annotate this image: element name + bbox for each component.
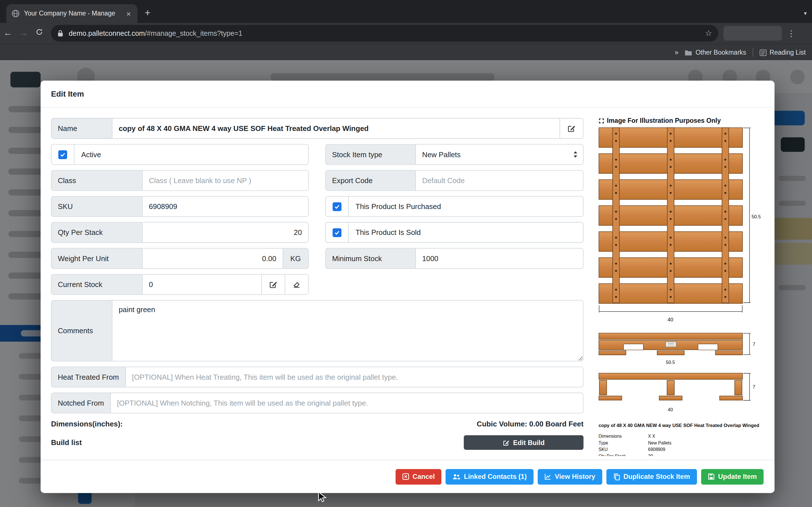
linked-contacts-button[interactable]: Linked Contacts (1) [446, 469, 534, 484]
name-field: Name [51, 118, 583, 139]
class-input[interactable] [143, 171, 308, 190]
duplicate-stock-item-button[interactable]: Duplicate Stock Item [606, 469, 697, 484]
clear-current-stock-button[interactable] [285, 275, 308, 294]
save-icon [708, 473, 714, 480]
minimum-stock-field: Minimum Stock [325, 248, 583, 269]
view-history-label: View History [555, 473, 596, 481]
export-code-input[interactable] [416, 171, 583, 190]
minimum-stock-label: Minimum Stock [326, 248, 416, 268]
back-button[interactable]: ← [0, 28, 15, 39]
forward-button[interactable]: → [15, 28, 31, 39]
update-item-button[interactable]: Update Item [701, 469, 763, 484]
stock-item-type-value: New Pallets [422, 151, 460, 159]
sku-input[interactable] [143, 196, 308, 216]
sku-field: SKU [51, 196, 309, 217]
active-checkbox[interactable] [52, 145, 74, 164]
illustration-title: Image For Illustration Purposes Only [607, 117, 721, 124]
side-long-thickness-dim: 7 [753, 342, 755, 347]
illustration-title-row: Image For Illustration Purposes Only [599, 117, 764, 124]
reading-list-button[interactable]: Reading List [759, 49, 806, 56]
build-list-heading: Build list [51, 438, 82, 447]
cubic-volume-label: Cubic Volume: [477, 420, 527, 428]
other-bookmarks-button[interactable]: Other Bookmarks [684, 49, 746, 56]
edit-name-button[interactable] [560, 119, 583, 138]
globe-favicon-icon [11, 9, 20, 18]
weight-per-unit-field: Weight Per Unit KG [51, 248, 309, 269]
other-bookmarks-label: Other Bookmarks [696, 49, 746, 56]
pencil-square-icon [567, 124, 576, 133]
cubic-volume: Cubic Volume: 0.00 Board Feet [477, 420, 583, 428]
lock-icon [57, 30, 63, 37]
edit-current-stock-button[interactable] [261, 275, 285, 294]
stock-item-type-select[interactable]: New Pallets [416, 145, 583, 164]
current-stock-input[interactable] [143, 275, 261, 294]
name-input[interactable] [112, 119, 560, 138]
bookmarks-bar: » Other Bookmarks Reading List [0, 44, 812, 61]
stock-item-type-field: Stock Item type New Pallets [325, 144, 583, 165]
cancel-label: Cancel [412, 473, 435, 481]
top-view-width-dim: 40 [668, 317, 673, 323]
toolbar-profile-chip[interactable] [723, 26, 782, 41]
users-icon [453, 473, 460, 480]
qty-per-stack-label: Qty Per Stack [52, 223, 143, 242]
purchased-label: This Product Is Purchased [349, 196, 448, 216]
sold-checkbox[interactable] [326, 223, 349, 242]
side-long-length-dim: 50.5 [666, 360, 675, 365]
reading-list-icon [759, 49, 767, 56]
tab-title: Your Company Name - Manage [24, 10, 124, 17]
minimum-stock-input[interactable] [416, 248, 583, 268]
purchased-checkbox[interactable] [326, 196, 349, 216]
notched-from-input[interactable] [111, 393, 583, 413]
modal-title: Edit Item [51, 90, 84, 98]
side-short-thickness-dim: 7 [753, 384, 755, 390]
qty-per-stack-input[interactable] [143, 223, 308, 242]
browser-toolbar: ← → demo.palletconnect.com/#manage_stock… [0, 23, 812, 44]
spec-row: Type New Pallets [599, 440, 764, 446]
history-chart-icon [545, 473, 551, 480]
checkbox-checked-icon [333, 228, 342, 237]
modal-header: Edit Item [41, 80, 774, 108]
sku-label: SKU [52, 196, 143, 216]
notched-from-field: Notched From [51, 393, 583, 413]
qty-per-stack-field: Qty Per Stack [51, 222, 309, 243]
tab-list-chevron-icon[interactable]: ▾ [804, 10, 807, 17]
sold-label: This Product Is Sold [349, 223, 427, 242]
checkbox-checked-icon [333, 202, 342, 211]
browser-tab[interactable]: Your Company Name - Manage × [6, 4, 137, 23]
linked-contacts-label: Linked Contacts (1) [464, 473, 527, 481]
new-tab-button[interactable]: + [145, 7, 151, 19]
comments-label: Comments [52, 300, 112, 361]
url-domain: demo.palletconnect.com [69, 29, 145, 37]
weight-per-unit-label: Weight Per Unit [52, 248, 143, 268]
expand-arrows-icon [599, 118, 604, 123]
heat-treated-from-input[interactable] [126, 367, 583, 387]
cancel-button[interactable]: Cancel [395, 469, 442, 484]
modal-body: Name [41, 108, 774, 460]
update-item-label: Update Item [718, 473, 757, 481]
illustration-panel: Image For Illustration Purposes Only 50. [599, 117, 764, 456]
active-label: Active [74, 145, 108, 164]
url-path: /#manage_stock_items?type=1 [145, 29, 243, 37]
weight-unit-addon: KG [283, 248, 308, 268]
active-checkbox-group: Active [51, 144, 309, 165]
weight-per-unit-input[interactable] [143, 248, 283, 268]
page-background: Edit Item Name [0, 60, 812, 507]
pallet-side-view-short: 7 40 [599, 373, 764, 414]
edit-item-form: Name [51, 118, 583, 450]
pallet-top-view: 50.5 40 [599, 127, 764, 328]
browser-menu-icon[interactable]: ⋮ [787, 29, 795, 38]
tab-close-icon[interactable]: × [124, 9, 133, 18]
view-history-button[interactable]: View History [538, 469, 602, 484]
spec-row: SKU 6908909 [599, 446, 764, 453]
edit-build-button[interactable]: Edit Build [464, 435, 583, 450]
select-updown-icon [573, 151, 578, 158]
folder-icon [684, 49, 693, 56]
comments-textarea[interactable]: paint green [112, 300, 583, 361]
stock-item-type-label: Stock Item type [326, 145, 416, 164]
side-short-length-dim: 40 [668, 407, 673, 412]
address-bar[interactable]: demo.palletconnect.com/#manage_stock_ite… [51, 25, 718, 42]
bookmark-star-icon[interactable]: ☆ [705, 29, 712, 38]
reload-button[interactable] [31, 28, 47, 39]
bookmarks-overflow-chevrons[interactable]: » [675, 49, 678, 56]
class-label: Class [52, 171, 143, 190]
